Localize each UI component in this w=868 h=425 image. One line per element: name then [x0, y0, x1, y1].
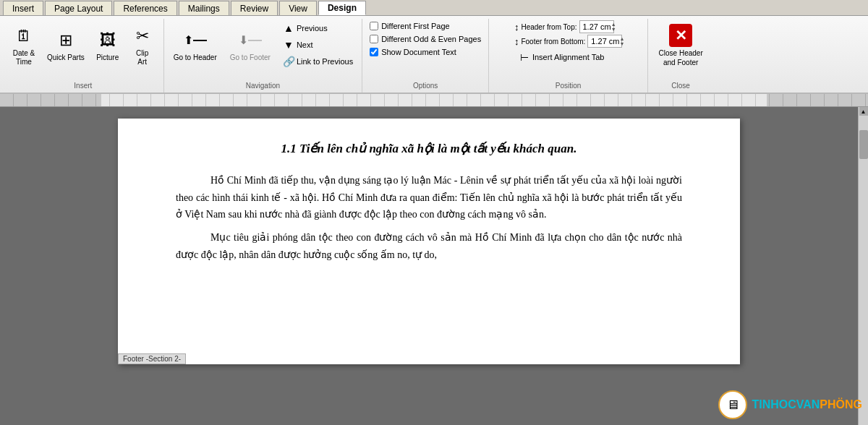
previous-label: Previous — [297, 24, 328, 33]
picture-label: Picture — [96, 53, 119, 62]
go-to-footer-button[interactable]: ⬇ Go to Footer — [225, 20, 276, 71]
brand-text-cyan: TINHOCVAN — [752, 398, 820, 411]
scrollbar-thumb[interactable] — [859, 130, 868, 159]
show-document-text-checkbox[interactable] — [370, 48, 378, 56]
clip-art-button[interactable]: ✂ ClipArt — [126, 20, 159, 71]
close-x-icon: ✕ — [669, 24, 692, 47]
document-heading: 1.1 Tiến lên chủ nghĩa xã hội là một tất… — [176, 140, 682, 158]
ribbon-group-insert: 🗓 Date &Time ⊞ Quick Parts 🖼 Picture ✂ C… — [3, 19, 164, 93]
ribbon-group-close: ✕ Close Headerand Footer Close — [648, 19, 713, 93]
show-document-text-label: Show Document Text — [381, 48, 456, 56]
date-time-icon: 🗓 — [12, 25, 35, 48]
header-pos-icon: ↕ — [514, 22, 519, 33]
ribbon-group-position: ↕ Header from Top: 1.27 cm ▲▼ ↕ Footer f… — [489, 19, 648, 93]
date-time-button[interactable]: 🗓 Date &Time — [7, 20, 41, 71]
main-layout: 1.1 Tiến lên chủ nghĩa xã hội là một tất… — [0, 107, 868, 425]
tab-view[interactable]: View — [279, 1, 317, 15]
quick-parts-button[interactable]: ⊞ Quick Parts — [42, 20, 90, 71]
next-button[interactable]: ▼ Next — [278, 37, 357, 53]
tab-insert[interactable]: Insert — [3, 1, 43, 15]
nav-small-group: ▲ Previous ▼ Next 🔗 Link to Previous — [278, 20, 357, 81]
brand-logo: 🖥 — [718, 390, 747, 419]
quick-parts-icon: ⊞ — [54, 29, 77, 52]
different-first-page-checkbox[interactable] — [370, 22, 378, 30]
insert-group-label: Insert — [3, 82, 163, 90]
doc-scroll-area: 1.1 Tiến lên chủ nghĩa xã hội là một tất… — [0, 107, 868, 425]
document-paragraph-2: Mục tiêu giải phóng dân tộc theo con đườ… — [176, 229, 682, 264]
scroll-up-button[interactable]: ▲ — [859, 107, 868, 116]
vertical-scrollbar[interactable]: ▲ — [858, 107, 868, 425]
close-header-footer-button[interactable]: ✕ Close Headerand Footer — [653, 20, 709, 71]
insert-alignment-tab-label: Insert Alignment Tab — [532, 53, 604, 61]
insert-alignment-tab-button[interactable]: ⊢ Insert Alignment Tab — [514, 49, 622, 65]
tab-bar: Insert Page Layout References Mailings R… — [0, 0, 868, 16]
position-group-label: Position — [489, 82, 647, 90]
brand-text: TINHOCVANPHÖNG — [752, 398, 862, 411]
close-header-footer-label: Close Headerand Footer — [659, 48, 703, 67]
header-from-top-spinner[interactable]: ▲▼ — [611, 22, 616, 32]
next-label: Next — [297, 40, 313, 49]
tab-page-layout[interactable]: Page Layout — [45, 1, 112, 15]
alignment-tab-icon: ⊢ — [519, 51, 530, 63]
footer-pos-icon: ↕ — [514, 36, 519, 47]
previous-button[interactable]: ▲ Previous — [278, 20, 357, 36]
options-checkboxes: Different First Page Different Odd & Eve… — [367, 20, 484, 69]
header-from-top-label: Header from Top: — [521, 23, 576, 31]
header-from-top-value[interactable]: 1.27 cm ▲▼ — [579, 20, 614, 33]
tab-references[interactable]: References — [114, 1, 176, 15]
footer-from-bottom-value[interactable]: 1.27 cm ▲▼ — [587, 35, 622, 48]
brand-text-orange: PHÖNG — [820, 398, 862, 411]
link-to-previous-label: Link to Previous — [297, 57, 353, 66]
different-odd-even-label: Different Odd & Even Pages — [381, 35, 481, 43]
document-paragraph-1: Hồ Chí Minh đã tiếp thu, vận dụng sáng t… — [176, 172, 682, 223]
tab-mailings[interactable]: Mailings — [179, 1, 229, 15]
ruler — [0, 94, 868, 107]
go-to-footer-label: Go to Footer — [230, 53, 271, 62]
different-first-page-option[interactable]: Different First Page — [367, 20, 484, 32]
picture-button[interactable]: 🖼 Picture — [91, 20, 124, 71]
branding: 🖥 TINHOCVANPHÖNG — [718, 390, 862, 419]
different-odd-even-checkbox[interactable] — [370, 35, 378, 43]
quick-parts-label: Quick Parts — [47, 53, 85, 62]
tab-review[interactable]: Review — [231, 1, 278, 15]
ribbon-group-navigation: ⬆ Go to Header ⬇ Go to Footer ▲ Previous… — [164, 19, 362, 93]
picture-icon: 🖼 — [96, 29, 119, 52]
different-first-page-label: Different First Page — [381, 22, 450, 30]
ribbon: 🗓 Date &Time ⊞ Quick Parts 🖼 Picture ✂ C… — [0, 16, 868, 94]
next-icon: ▼ — [283, 39, 294, 51]
doc-content[interactable]: 1.1 Tiến lên chủ nghĩa xã hội là một tất… — [0, 107, 858, 425]
date-time-label: Date &Time — [13, 49, 35, 66]
close-buttons: ✕ Close Headerand Footer — [653, 20, 709, 82]
go-to-footer-icon: ⬇ — [239, 29, 262, 52]
go-to-header-icon: ⬆ — [184, 29, 207, 52]
clip-art-label: ClipArt — [136, 49, 148, 66]
navigation-group-label: Navigation — [164, 82, 362, 90]
go-to-header-button[interactable]: ⬆ Go to Header — [169, 20, 222, 71]
footer-from-bottom-row: ↕ Footer from Bottom: 1.27 cm ▲▼ — [514, 35, 622, 48]
different-odd-even-option[interactable]: Different Odd & Even Pages — [367, 33, 484, 45]
position-fields: ↕ Header from Top: 1.27 cm ▲▼ ↕ Footer f… — [514, 20, 622, 77]
footer-from-bottom-label: Footer from Bottom: — [521, 38, 585, 46]
clip-art-icon: ✂ — [131, 25, 154, 48]
link-to-previous-button[interactable]: 🔗 Link to Previous — [278, 53, 357, 69]
show-document-text-option[interactable]: Show Document Text — [367, 46, 484, 58]
header-from-top-row: ↕ Header from Top: 1.27 cm ▲▼ — [514, 20, 622, 33]
footer-section-label: Footer -Section 2- — [118, 353, 186, 364]
ribbon-group-options: Different First Page Different Odd & Eve… — [362, 19, 489, 93]
footer-from-bottom-spinner[interactable]: ▲▼ — [619, 36, 624, 46]
document-page: 1.1 Tiến lên chủ nghĩa xã hội là một tất… — [118, 119, 740, 364]
close-group-label: Close — [648, 82, 713, 90]
go-to-header-label: Go to Header — [174, 53, 217, 62]
tab-design[interactable]: Design — [318, 1, 366, 15]
link-icon: 🔗 — [283, 56, 294, 67]
options-group-label: Options — [362, 82, 488, 90]
previous-icon: ▲ — [283, 22, 294, 34]
